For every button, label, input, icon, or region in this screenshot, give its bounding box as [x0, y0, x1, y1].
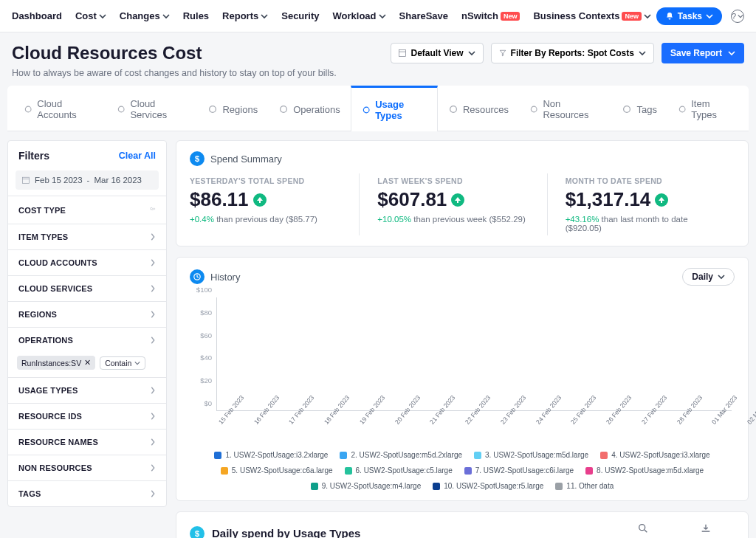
spend-summary-title-row: $ Spend Summary [190, 151, 735, 166]
nav-item-cost[interactable]: Cost [75, 10, 106, 21]
bell-icon [665, 12, 674, 21]
chevron-right-icon [150, 438, 156, 446]
tab-usage-types[interactable]: Usage Types [351, 86, 438, 131]
history-card: History Daily $0$20$40$60$80$100 15 Feb … [176, 257, 749, 501]
filter-group-usage-types[interactable]: USAGE TYPES [8, 377, 166, 403]
nav-item-business-contexts[interactable]: Business ContextsNew [533, 10, 651, 21]
legend-label: 1. USW2-SpotUsage:i3.2xlarge [225, 451, 328, 459]
filter-group-item-types[interactable]: ITEM TYPES [8, 224, 166, 249]
chevron-down-icon [162, 13, 170, 20]
legend-item[interactable]: 11. Other data [555, 482, 614, 490]
summary-cell: YESTERDAY'S TOTAL SPEND$86.11+0.4% than … [190, 173, 359, 235]
contain-select[interactable]: Contain [100, 356, 145, 370]
nav-items: DashboardCostChangesRulesReportsSecurity… [12, 10, 656, 21]
legend-label: 10. USW2-SpotUsage:r5.large [444, 482, 543, 490]
summary-delta: +10.05% than previous week ($552.29) [377, 215, 532, 224]
filter-group-operations[interactable]: OPERATIONS [8, 327, 166, 353]
filter-label: USAGE TYPES [18, 386, 78, 395]
download-csv-button[interactable]: DOWNLOAD CSV [677, 523, 735, 538]
svg-point-8 [531, 106, 537, 112]
new-badge: New [501, 12, 520, 21]
tab-label: Regions [222, 104, 258, 115]
tab-label: Tags [636, 104, 656, 115]
new-badge: New [622, 12, 642, 21]
filter-group-regions[interactable]: REGIONS [8, 301, 166, 327]
tasks-button[interactable]: Tasks [656, 7, 722, 25]
svg-point-10 [679, 106, 685, 112]
trend-up-icon [253, 193, 267, 207]
tab-icon [678, 104, 687, 114]
history-chart: $0$20$40$60$80$100 15 Feb 202316 Feb 202… [190, 297, 735, 430]
legend-item[interactable]: 2. USW2-SpotUsage:m5d.2xlarge [340, 451, 462, 459]
filter-group-non-resources[interactable]: NON RESOURCES [8, 455, 166, 480]
tab-operations[interactable]: Operations [268, 86, 351, 131]
y-tick: $0 [204, 399, 212, 407]
tab-icon [622, 104, 632, 114]
legend-item[interactable]: 6. USW2-SpotUsage:c5.large [345, 466, 453, 475]
legend-swatch [340, 452, 347, 459]
tab-resources[interactable]: Resources [438, 86, 519, 131]
nav-item-sharesave[interactable]: ShareSave [399, 10, 449, 21]
filter-group-cloud-services[interactable]: CLOUD SERVICES [8, 275, 166, 301]
operation-chips: RunInstances:SV✕Contain [8, 353, 166, 377]
nav-item-rules[interactable]: Rules [183, 10, 209, 21]
filter-label: RESOURCE IDS [18, 412, 82, 421]
search-button[interactable]: SEARCH [628, 523, 658, 538]
legend-item[interactable]: 10. USW2-SpotUsage:r5.large [433, 482, 543, 490]
granularity-label: Daily [692, 272, 713, 282]
save-report-button[interactable]: Save Report [662, 43, 744, 63]
legend-item[interactable]: 8. USW2-SpotUsage:m5d.xlarge [585, 466, 704, 475]
clear-all-button[interactable]: Clear All [119, 151, 156, 161]
chevron-right-icon [150, 386, 156, 395]
daily-actions: SEARCH DOWNLOAD CSV [628, 523, 735, 538]
legend-item[interactable]: 1. USW2-SpotUsage:i3.2xlarge [214, 451, 328, 459]
filters-head: Filters Clear All [8, 141, 166, 170]
default-view-dropdown[interactable]: Default View [391, 43, 483, 63]
filters-sidebar: Filters Clear All Feb 15 2023 - Mar 16 2… [7, 140, 167, 507]
tab-tags[interactable]: Tags [611, 86, 667, 131]
operation-chip[interactable]: RunInstances:SV✕ [17, 356, 95, 370]
tab-non-resources[interactable]: Non Resources [519, 86, 611, 131]
nav-item-reports[interactable]: Reports [222, 10, 268, 21]
nav-item-workload[interactable]: Workload [333, 10, 386, 21]
nav-item-dashboard[interactable]: Dashboard [12, 10, 62, 21]
filter-group-cloud-accounts[interactable]: CLOUD ACCOUNTS [8, 249, 166, 275]
nav-item-security[interactable]: Security [281, 10, 319, 21]
filter-group-resource-names[interactable]: RESOURCE NAMES [8, 429, 166, 455]
legend-item[interactable]: 5. USW2-SpotUsage:c6a.large [221, 466, 333, 475]
top-nav: DashboardCostChangesRulesReportsSecurity… [0, 0, 756, 32]
tab-regions[interactable]: Regions [197, 86, 268, 131]
chevron-right-icon [150, 463, 156, 472]
chevron-right-icon [150, 232, 156, 241]
tab-icon [529, 104, 538, 114]
filter-group-resource-ids[interactable]: RESOURCE IDS [8, 403, 166, 429]
nav-item-changes[interactable]: Changes [120, 10, 170, 21]
legend-item[interactable]: 3. USW2-SpotUsage:m5d.large [474, 451, 588, 459]
legend-item[interactable]: 9. USW2-SpotUsage:m4.large [311, 482, 422, 490]
legend-item[interactable]: 4. USW2-SpotUsage:i3.xlarge [600, 451, 709, 459]
granularity-dropdown[interactable]: Daily [682, 268, 735, 286]
date-range-picker[interactable]: Feb 15 2023 - Mar 16 2023 [16, 170, 159, 190]
filter-group-cost-type[interactable]: COST TYPE [8, 196, 166, 224]
legend-label: 9. USW2-SpotUsage:m4.large [322, 482, 422, 490]
layout-icon [399, 49, 406, 57]
filter-label: OPERATIONS [18, 336, 73, 345]
tab-icon [448, 104, 458, 114]
legend-item[interactable]: 7. USW2-SpotUsage:c6i.large [464, 466, 574, 475]
tab-cloud-services[interactable]: Cloud Services [106, 86, 197, 131]
nav-item-nswitch[interactable]: nSwitchNew [461, 10, 520, 21]
chevron-down-icon [706, 13, 713, 20]
help-icon[interactable]: ? [731, 10, 744, 23]
x-tick: 02 Mar 2023 [746, 394, 756, 432]
chip-remove-icon[interactable]: ✕ [84, 358, 91, 368]
tab-item-types[interactable]: Item Types [667, 86, 743, 131]
daily-head: $ Daily spend by Usage Types SEARCH DOWN… [190, 523, 735, 538]
chevron-right-icon [150, 310, 156, 319]
chevron-down-icon [134, 360, 140, 366]
filter-group-tags[interactable]: TAGS [8, 480, 166, 506]
filter-reports-dropdown[interactable]: Filter By Reports: Spot Costs [491, 43, 654, 63]
svg-point-9 [624, 106, 630, 113]
trend-up-icon [451, 193, 464, 207]
legend-swatch [221, 467, 228, 475]
tab-cloud-accounts[interactable]: Cloud Accounts [13, 86, 106, 131]
